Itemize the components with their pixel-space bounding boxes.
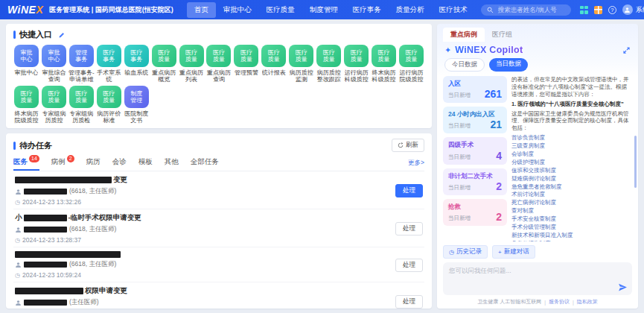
app-tile: 医疗质量 <box>97 86 121 108</box>
refresh-button[interactable]: 刷新 <box>392 139 424 152</box>
search-box[interactable] <box>481 4 571 16</box>
footer-separator: | <box>573 300 574 305</box>
quick-entry-item[interactable]: 医疗事务输血系统 <box>124 45 150 83</box>
nav-tab-质量分析[interactable]: 质量分析 <box>389 2 432 18</box>
handle-button[interactable]: 处理 <box>395 295 423 309</box>
help-icon[interactable]: ? <box>608 6 616 14</box>
todo-tab-全部任务[interactable]: 全部任务 <box>191 156 219 171</box>
app-tile-label: 专家组病历质控 <box>41 110 67 124</box>
person-icon <box>15 300 22 306</box>
quick-entry-item[interactable]: 医疗质量专家组病历质控 <box>41 86 67 124</box>
stat-card[interactable]: 非计划二次手术当日新增2 <box>443 168 507 195</box>
quick-entry-item[interactable]: 管理事务管理事务-申请单维护 <box>68 45 95 83</box>
apps-icon[interactable] <box>580 6 588 14</box>
todo-tab-病例[interactable]: 病例2 <box>51 156 74 171</box>
redacted-text <box>15 177 112 183</box>
nav-tab-首页[interactable]: 首页 <box>187 2 216 18</box>
clock-icon: ◷ <box>15 272 20 279</box>
quick-entry-item[interactable]: 医疗质量专家组病历质检 <box>68 86 95 124</box>
chat-input-box[interactable] <box>443 262 632 295</box>
quick-entry-item[interactable]: 医疗质量终末病历院级质控 <box>13 86 39 124</box>
app-tile: 医疗质量 <box>152 45 176 67</box>
quick-entry-item[interactable]: 医疗质量运行病历院级质控 <box>398 45 424 83</box>
handle-button[interactable]: 处理 <box>395 184 423 197</box>
handle-button[interactable]: 处理 <box>395 222 423 235</box>
title-accent-bar <box>13 31 16 39</box>
avatar <box>622 4 633 15</box>
answer-list-item: 手术安全核查制度 <box>511 215 632 223</box>
stat-value: 21 <box>490 119 502 130</box>
quick-entry-item[interactable]: 医疗质量病历质控监测 <box>288 45 314 83</box>
handle-button[interactable]: 处理 <box>395 259 423 272</box>
scrollbar-thumb[interactable] <box>634 136 637 188</box>
nav-tab-医疗质量[interactable]: 医疗质量 <box>259 2 302 18</box>
history-icon: ◷ <box>449 249 454 256</box>
copilot-tab-医疗组[interactable]: 医疗组 <box>485 28 520 42</box>
answer-heading: 1. 医疗领域的“十八项医疗质量安全核心制度” <box>511 101 632 108</box>
expand-icon[interactable] <box>622 46 631 54</box>
footer-link-privacy[interactable]: 隐私政策 <box>577 298 598 306</box>
chat-input[interactable] <box>443 262 632 295</box>
todo-tab-模板[interactable]: 模板 <box>138 156 153 171</box>
todo-tab-其他[interactable]: 其他 <box>165 156 179 171</box>
quick-entry-item[interactable]: 制度管理医院制度文书 <box>124 86 150 124</box>
quick-entry-item[interactable]: 医疗质量重点病历查询 <box>206 45 232 83</box>
nav-tab-医疗事务[interactable]: 医疗事务 <box>345 2 389 18</box>
answer-list-item: 分级护理制度 <box>511 159 632 166</box>
user-menu[interactable]: 系统管理员 <box>622 4 644 15</box>
task-assignee: (主任医师) <box>15 298 395 307</box>
stat-name: 非计划二次手术 <box>448 172 502 180</box>
copilot-tabs: 重点病例医疗组 <box>443 28 520 42</box>
nav-tab-医疗技术[interactable]: 医疗技术 <box>432 2 475 18</box>
data-tab-今日数据[interactable]: 今日数据 <box>444 58 485 72</box>
quick-entry-title: 快捷入口 <box>19 29 52 40</box>
quick-entry-item[interactable]: 医疗质量统计报表 <box>261 45 287 83</box>
more-link[interactable]: 更多> <box>408 159 424 168</box>
app-tile-label: 统计报表 <box>262 69 286 83</box>
stat-card[interactable]: 入区当日新增261 <box>443 76 507 103</box>
quick-entry-item[interactable]: 审批中心审批综合查询 <box>41 45 67 83</box>
quick-entry-item[interactable]: 医疗质量病历评价标准 <box>96 86 122 124</box>
search-input[interactable] <box>497 5 565 14</box>
app-tile-text: 审批中心 <box>48 49 60 63</box>
todo-tab-会诊[interactable]: 会诊 <box>112 156 127 171</box>
stat-card[interactable]: 四级手术当日新增4 <box>443 137 507 164</box>
data-tab-当日数据[interactable]: 当日数据 <box>489 58 528 72</box>
quick-entry-item[interactable]: 医疗质量终末病历科级质控 <box>371 45 397 83</box>
redacted-text <box>15 251 121 258</box>
redacted-text <box>24 215 67 221</box>
answer-intro: 的表述，但在常见的中文政策或管理语境中，并没有标准化的“十八项核心制度”这一提法… <box>511 76 632 98</box>
app-tile-label: 管理事务-申请单维护 <box>68 69 95 83</box>
quick-entry-item[interactable]: 医疗质量病历质控整改跟踪 <box>316 45 342 83</box>
todo-tab-label: 会诊 <box>112 157 127 167</box>
copilot-tab-重点病例[interactable]: 重点病例 <box>443 28 485 42</box>
nav-tab-审批中心[interactable]: 审批中心 <box>216 2 259 18</box>
todo-tab-病历[interactable]: 病历 <box>86 156 101 171</box>
edit-icon[interactable] <box>58 31 66 39</box>
quick-entry-item[interactable]: 医疗质量管理预警 <box>233 45 259 83</box>
copilot-body: 入区当日新增26124 小时内出入区当日新增21四级手术当日新增4非计划二次手术… <box>437 76 638 241</box>
send-icon[interactable] <box>618 282 628 292</box>
stat-sublabel: 当日新增 <box>448 154 471 161</box>
quick-entry-item[interactable]: 医疗事务手术室系统 <box>96 45 122 83</box>
task-assignee-detail: (6618, 主任医师) <box>69 225 116 234</box>
quick-entry-item[interactable]: 医疗质量重点病历概览 <box>151 45 177 83</box>
task-time-row: ◷2024-12-23 10:59:24 <box>15 271 395 279</box>
todo-tab-医务[interactable]: 医务14 <box>13 156 39 171</box>
history-button[interactable]: ◷ 历史记录 <box>443 245 488 259</box>
clock-icon: ◷ <box>15 199 20 206</box>
quick-entry-item[interactable]: 医疗质量重点病历列表 <box>179 45 205 83</box>
quick-entry-item[interactable]: 医疗质量运行病历科级质控 <box>343 45 369 83</box>
todo-tab-label: 医务 <box>13 157 28 167</box>
stat-card[interactable]: 24 小时内出入区当日新增21 <box>443 107 507 133</box>
todo-tab-label: 其他 <box>165 157 179 167</box>
app-tile-text: 管理事务 <box>75 49 87 63</box>
quick-entry-item[interactable]: 审批中心审批中心 <box>13 45 39 83</box>
gift-icon[interactable] <box>594 6 602 14</box>
person-icon <box>624 7 631 13</box>
app-logo-text: WiNEX <box>7 4 43 16</box>
footer-link-agreement[interactable]: 服务协议 <box>549 298 570 306</box>
nav-tab-制度管理[interactable]: 制度管理 <box>302 2 345 18</box>
new-chat-button[interactable]: + 新建对话 <box>492 245 535 259</box>
stat-card[interactable]: 抢救当日新增2 <box>443 199 507 226</box>
